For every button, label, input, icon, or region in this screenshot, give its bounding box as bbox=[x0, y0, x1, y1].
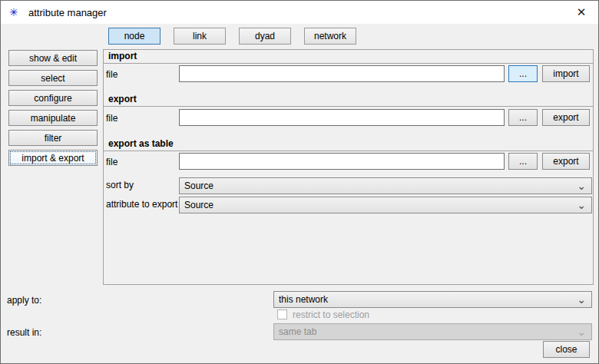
apply-to-label: apply to: bbox=[7, 295, 41, 306]
import-browse-button[interactable]: ... bbox=[508, 65, 538, 82]
tab-link[interactable]: link bbox=[174, 28, 226, 45]
tab-network[interactable]: network bbox=[304, 28, 356, 45]
export-table-file-input[interactable] bbox=[179, 153, 505, 170]
export-button[interactable]: export bbox=[542, 109, 590, 126]
sidebar-item-select[interactable]: select bbox=[8, 70, 98, 86]
attribute-to-export-select[interactable]: Source ⌄ bbox=[179, 197, 592, 213]
export-table-section-header: export as table bbox=[104, 137, 593, 151]
sort-by-select[interactable]: Source ⌄ bbox=[179, 177, 592, 194]
apply-to-select[interactable]: this network ⌄ bbox=[273, 291, 592, 308]
chevron-down-icon: ⌄ bbox=[577, 178, 586, 194]
attribute-to-export-value: Source bbox=[184, 200, 213, 210]
title-bar: ✳ attribute manager ✕ bbox=[1, 1, 598, 24]
sidebar-item-manipulate[interactable]: manipulate bbox=[8, 110, 98, 126]
sidebar-item-filter[interactable]: filter bbox=[8, 130, 98, 146]
apply-to-value: this network bbox=[279, 294, 328, 305]
export-section-header: export bbox=[104, 93, 593, 107]
export-file-label: file bbox=[106, 113, 117, 124]
result-in-label: result in: bbox=[7, 327, 41, 338]
import-file-label: file bbox=[106, 69, 117, 80]
restrict-to-selection-checkbox bbox=[277, 309, 287, 319]
tab-bar: node link dyad network bbox=[108, 28, 356, 45]
result-in-value: same tab bbox=[279, 326, 316, 337]
chevron-down-icon: ⌄ bbox=[577, 324, 586, 339]
sidebar-item-configure[interactable]: configure bbox=[8, 90, 98, 106]
close-icon[interactable]: ✕ bbox=[574, 5, 588, 19]
attribute-manager-dialog: ✳ attribute manager ✕ node link dyad net… bbox=[0, 0, 599, 364]
attribute-to-export-label: attribute to export bbox=[106, 199, 177, 210]
window-title: attribute manager bbox=[28, 7, 107, 18]
import-file-input[interactable] bbox=[179, 65, 505, 82]
result-in-select: same tab ⌄ bbox=[273, 323, 592, 340]
import-section-header: import bbox=[104, 50, 593, 64]
import-button[interactable]: import bbox=[542, 65, 590, 82]
sidebar-item-import-export[interactable]: import & export bbox=[8, 150, 98, 166]
close-button[interactable]: close bbox=[543, 341, 590, 358]
sort-by-label: sort by bbox=[106, 180, 134, 190]
tab-dyad[interactable]: dyad bbox=[239, 28, 291, 45]
sidebar: show & edit select configure manipulate … bbox=[8, 50, 98, 166]
sort-by-value: Source bbox=[184, 180, 213, 191]
tab-node[interactable]: node bbox=[108, 28, 161, 45]
export-file-input[interactable] bbox=[179, 109, 505, 126]
app-icon: ✳ bbox=[9, 6, 18, 18]
restrict-to-selection-label: restrict to selection bbox=[293, 309, 369, 320]
chevron-down-icon: ⌄ bbox=[577, 197, 586, 213]
import-export-panel: import file ... import export file ... e… bbox=[103, 49, 594, 285]
export-table-button[interactable]: export bbox=[542, 153, 590, 170]
chevron-down-icon: ⌄ bbox=[577, 292, 586, 307]
export-table-browse-button[interactable]: ... bbox=[508, 153, 538, 170]
export-browse-button[interactable]: ... bbox=[508, 109, 538, 126]
sidebar-item-show-edit[interactable]: show & edit bbox=[8, 50, 98, 66]
export-table-file-label: file bbox=[106, 157, 117, 167]
